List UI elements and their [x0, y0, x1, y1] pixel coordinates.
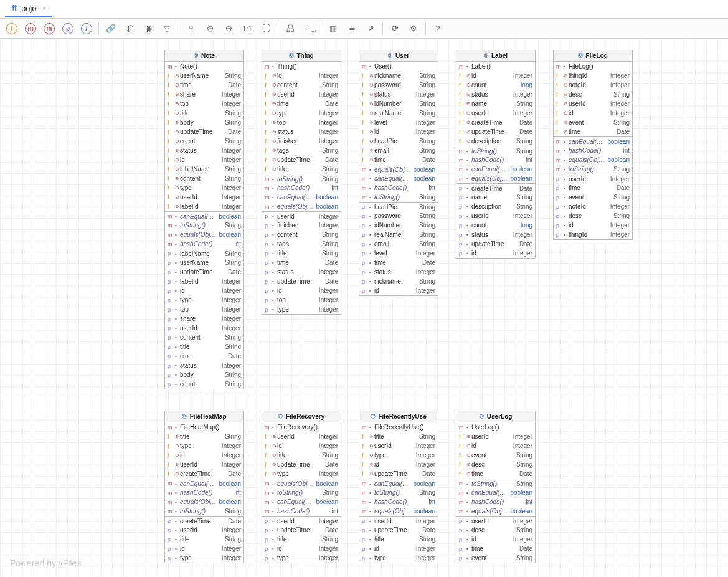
member-row[interactable]: p•typeInteger — [165, 295, 243, 305]
member-row[interactable]: f⊝noteIdInteger — [554, 80, 632, 90]
class-box-filerecovery[interactable]: © FileRecoverym•FileRecovery()f⊝userIdIn… — [262, 411, 341, 563]
class-header[interactable]: © Note — [165, 50, 243, 62]
member-row[interactable]: f⊝idInteger — [456, 441, 535, 451]
member-row[interactable]: f⊝headPicString — [359, 136, 438, 146]
class-box-label[interactable]: © Labelm•Label()f⊝idIntegerf⊝countlongf⊝… — [456, 50, 536, 259]
member-row[interactable]: f⊝nameString — [456, 99, 535, 108]
member-row[interactable]: f⊝idInteger — [554, 108, 632, 118]
member-row[interactable]: f⊝titleString — [359, 432, 438, 441]
member-row[interactable]: f⊝timeDate — [359, 155, 438, 165]
remove-button[interactable]: ⊖ — [220, 21, 237, 37]
member-row[interactable]: f⊝idInteger — [262, 441, 341, 451]
member-row[interactable]: f⊝idNumberString — [359, 99, 438, 108]
member-row[interactable]: f⊝eventString — [456, 451, 535, 460]
member-row[interactable]: f⊝finishedInteger — [262, 136, 341, 146]
member-row[interactable]: f⊝labelIdInteger — [165, 202, 243, 211]
member-row[interactable]: m•toString()String — [554, 165, 632, 174]
member-row[interactable]: m•hashCode()int — [165, 239, 243, 249]
member-row[interactable]: f⊝typeInteger — [262, 108, 341, 118]
member-row[interactable]: f⊝userIdInteger — [456, 432, 535, 441]
member-row[interactable]: f⊝userNameString — [165, 71, 243, 80]
member-row[interactable]: f⊝statusInteger — [262, 127, 341, 136]
member-row[interactable]: p•userNameString — [165, 258, 243, 267]
member-row[interactable]: p•idInteger — [165, 286, 243, 295]
member-row[interactable]: p•createTimeDate — [456, 183, 535, 193]
member-row[interactable]: f⊝timeDate — [554, 127, 632, 136]
member-row[interactable]: m•hashCode()int — [165, 488, 243, 497]
class-box-thing[interactable]: © Thingm•Thing()f⊝idIntegerf⊝contentStri… — [262, 50, 341, 315]
close-icon[interactable]: × — [43, 5, 47, 12]
member-row[interactable]: f⊝idInteger — [165, 155, 243, 165]
class-header[interactable]: © Thing — [262, 50, 341, 62]
member-row[interactable]: m•canEqual(Object)boolean — [456, 165, 535, 174]
member-row[interactable]: p•idInteger — [456, 535, 535, 544]
member-row[interactable]: p•labelNameString — [165, 249, 243, 258]
member-row[interactable]: f⊝idInteger — [262, 71, 341, 80]
member-row[interactable]: f⊝updateTimeDate — [165, 127, 243, 136]
member-row[interactable]: p•userIdInteger — [554, 174, 632, 183]
member-row[interactable]: f⊝titleString — [262, 451, 341, 460]
member-row[interactable]: p•userIdInteger — [456, 211, 535, 221]
member-row[interactable]: f⊝descriptionString — [456, 136, 535, 146]
member-row[interactable]: m•canEqual(Object)boolean — [165, 479, 243, 488]
member-row[interactable]: p•updateTimeDate — [456, 239, 535, 249]
member-row[interactable]: p•idNumberString — [359, 221, 438, 230]
visibility-button[interactable]: ◉ — [140, 21, 156, 37]
member-row[interactable]: f⊝updateTimeDate — [262, 460, 341, 469]
member-row[interactable]: p•statusInteger — [456, 230, 535, 239]
member-row[interactable]: f⊝descString — [554, 90, 632, 99]
member-row[interactable]: m•equals(Object)boolean — [456, 174, 535, 183]
member-row[interactable]: p•titleString — [165, 535, 243, 544]
member-row[interactable]: m•FileHeatMap() — [165, 422, 243, 432]
member-row[interactable]: m•equals(Object)boolean — [359, 165, 438, 174]
bring-button[interactable]: ↗ — [362, 21, 379, 37]
member-row[interactable]: m•hashCode()int — [554, 146, 632, 155]
member-row[interactable]: p•statusInteger — [359, 267, 438, 277]
member-row[interactable]: f⊝thingIdInteger — [554, 71, 632, 80]
member-row[interactable]: m•canEqual(Object)boolean — [456, 488, 535, 497]
member-row[interactable]: p•createTimeDate — [165, 516, 243, 525]
member-row[interactable]: m•canEqual(Object)boolean — [359, 174, 438, 183]
member-row[interactable]: m•toString()String — [165, 221, 243, 230]
member-row[interactable]: m•hashCode()int — [262, 183, 341, 193]
member-row[interactable]: f⊝countString — [165, 136, 243, 146]
member-row[interactable]: p•userIdInteger — [456, 516, 535, 525]
member-row[interactable]: p•updateTimeDate — [165, 267, 243, 277]
member-row[interactable]: m•equals(Object)boolean — [359, 507, 438, 516]
member-row[interactable]: p•idInteger — [262, 544, 341, 553]
member-row[interactable]: f⊝createTimeDate — [456, 118, 535, 127]
align-button[interactable]: →⎵ — [301, 21, 317, 37]
member-row[interactable]: m•canEqual(Object)boolean — [262, 193, 341, 202]
member-row[interactable]: f⊝updateTimeDate — [456, 127, 535, 136]
member-row[interactable]: f⊝eventString — [554, 118, 632, 127]
member-row[interactable]: m•toString()String — [456, 146, 535, 155]
member-row[interactable]: f⊝timeDate — [165, 80, 243, 90]
member-row[interactable]: p•levelInteger — [359, 249, 438, 258]
member-row[interactable]: f⊝idInteger — [456, 71, 535, 80]
filter-button[interactable]: ▽ — [159, 21, 175, 37]
class-box-fileheatmap[interactable]: © FileHeatMapm•FileHeatMap()f⊝titleStrin… — [164, 411, 244, 563]
member-row[interactable]: m•hashCode()int — [456, 155, 535, 165]
class-box-note[interactable]: © Notem•Note()f⊝userNameStringf⊝timeDate… — [164, 50, 244, 389]
member-row[interactable]: m•canEqual(Object)boolean — [359, 479, 438, 488]
class-box-filerecentlyuse[interactable]: © FileRecentlyUsem•FileRecentlyUse()f⊝ti… — [359, 411, 438, 563]
member-row[interactable]: f⊝levelInteger — [359, 118, 438, 127]
class-header[interactable]: © FileHeatMap — [165, 411, 243, 422]
member-row[interactable]: p•idInteger — [554, 221, 632, 230]
member-row[interactable]: p•bodyString — [165, 370, 243, 379]
class-header[interactable]: © Label — [456, 50, 535, 62]
member-row[interactable]: m•canEqual(Object)boolean — [554, 136, 632, 146]
layout-button[interactable]: 品 — [282, 21, 298, 37]
member-row[interactable]: p•nicknameString — [359, 277, 438, 286]
filter-i-button[interactable]: I — [78, 21, 95, 37]
member-row[interactable]: f⊝idInteger — [359, 127, 438, 136]
class-header[interactable]: © User — [359, 50, 438, 62]
member-row[interactable]: f⊝titleString — [165, 432, 243, 441]
member-row[interactable]: p•timeDate — [359, 258, 438, 267]
member-row[interactable]: f⊝descString — [456, 460, 535, 469]
member-row[interactable]: p•timeDate — [456, 544, 535, 553]
filter-p-button[interactable]: p — [60, 21, 76, 37]
member-row[interactable]: f⊝tagsString — [262, 146, 341, 155]
member-row[interactable]: p•idInteger — [359, 286, 438, 295]
member-row[interactable]: p•topInteger — [165, 305, 243, 314]
